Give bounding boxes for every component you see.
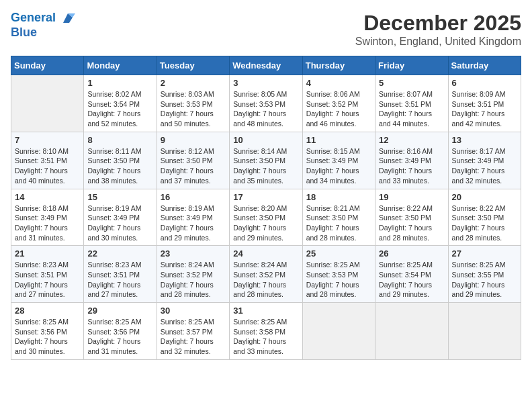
day-number: 3 <box>233 78 298 88</box>
logo-icon <box>60 11 75 26</box>
calendar-table: SundayMondayTuesdayWednesdayThursdayFrid… <box>11 56 521 360</box>
day-info: Sunrise: 8:18 AM Sunset: 3:49 PM Dayligh… <box>15 203 80 243</box>
weekday-header-row: SundayMondayTuesdayWednesdayThursdayFrid… <box>11 56 521 75</box>
day-number: 22 <box>87 248 152 259</box>
day-number: 14 <box>15 192 80 202</box>
day-number: 12 <box>379 135 444 145</box>
calendar-cell <box>375 303 448 360</box>
day-info: Sunrise: 8:07 AM Sunset: 3:51 PM Dayligh… <box>379 89 444 129</box>
calendar-cell: 12Sunrise: 8:16 AM Sunset: 3:49 PM Dayli… <box>375 132 448 189</box>
calendar-week-1: 1Sunrise: 8:02 AM Sunset: 3:54 PM Daylig… <box>11 75 521 132</box>
day-number: 10 <box>233 135 298 145</box>
day-info: Sunrise: 8:09 AM Sunset: 3:51 PM Dayligh… <box>452 89 517 129</box>
day-info: Sunrise: 8:21 AM Sunset: 3:50 PM Dayligh… <box>306 203 371 243</box>
weekday-header-friday: Friday <box>375 56 448 75</box>
weekday-header-thursday: Thursday <box>302 56 375 75</box>
day-number: 29 <box>87 306 152 316</box>
day-number: 21 <box>15 248 80 259</box>
calendar-cell: 14Sunrise: 8:18 AM Sunset: 3:49 PM Dayli… <box>11 189 84 246</box>
calendar-cell: 2Sunrise: 8:03 AM Sunset: 3:53 PM Daylig… <box>157 75 229 132</box>
calendar-cell: 4Sunrise: 8:06 AM Sunset: 3:52 PM Daylig… <box>302 75 375 132</box>
title-block: December 2025 Swinton, England, United K… <box>355 11 521 48</box>
day-info: Sunrise: 8:25 AM Sunset: 3:57 PM Dayligh… <box>161 317 226 357</box>
location-title: Swinton, England, United Kingdom <box>355 36 521 48</box>
day-info: Sunrise: 8:12 AM Sunset: 3:50 PM Dayligh… <box>161 146 226 186</box>
day-info: Sunrise: 8:23 AM Sunset: 3:51 PM Dayligh… <box>87 260 152 300</box>
calendar-cell: 31Sunrise: 8:25 AM Sunset: 3:58 PM Dayli… <box>230 303 302 360</box>
day-number: 9 <box>161 135 226 145</box>
day-number: 2 <box>161 78 226 88</box>
day-number: 19 <box>379 192 444 202</box>
day-info: Sunrise: 8:16 AM Sunset: 3:49 PM Dayligh… <box>379 146 444 186</box>
day-number: 20 <box>452 192 517 202</box>
calendar-cell: 17Sunrise: 8:20 AM Sunset: 3:50 PM Dayli… <box>230 189 302 246</box>
calendar-cell: 11Sunrise: 8:15 AM Sunset: 3:49 PM Dayli… <box>302 132 375 189</box>
day-number: 5 <box>379 78 444 88</box>
weekday-header-sunday: Sunday <box>11 56 84 75</box>
calendar-cell: 19Sunrise: 8:22 AM Sunset: 3:50 PM Dayli… <box>375 189 448 246</box>
calendar-cell: 10Sunrise: 8:14 AM Sunset: 3:50 PM Dayli… <box>230 132 302 189</box>
day-number: 28 <box>15 306 80 316</box>
logo-text: General <box>11 11 75 26</box>
day-number: 7 <box>15 135 80 145</box>
day-info: Sunrise: 8:02 AM Sunset: 3:54 PM Dayligh… <box>87 89 152 129</box>
calendar-cell <box>302 303 375 360</box>
logo: General Blue <box>11 11 75 40</box>
calendar-cell: 13Sunrise: 8:17 AM Sunset: 3:49 PM Dayli… <box>448 132 521 189</box>
calendar-cell: 22Sunrise: 8:23 AM Sunset: 3:51 PM Dayli… <box>84 246 157 303</box>
calendar-cell: 25Sunrise: 8:25 AM Sunset: 3:53 PM Dayli… <box>302 246 375 303</box>
day-number: 31 <box>233 306 298 316</box>
calendar-cell: 8Sunrise: 8:11 AM Sunset: 3:50 PM Daylig… <box>84 132 157 189</box>
calendar-week-2: 7Sunrise: 8:10 AM Sunset: 3:51 PM Daylig… <box>11 132 521 189</box>
calendar-week-4: 21Sunrise: 8:23 AM Sunset: 3:51 PM Dayli… <box>11 246 521 303</box>
day-info: Sunrise: 8:25 AM Sunset: 3:56 PM Dayligh… <box>15 317 80 357</box>
day-info: Sunrise: 8:22 AM Sunset: 3:50 PM Dayligh… <box>452 203 517 243</box>
calendar-cell: 29Sunrise: 8:25 AM Sunset: 3:56 PM Dayli… <box>84 303 157 360</box>
day-number: 15 <box>87 192 152 202</box>
day-info: Sunrise: 8:14 AM Sunset: 3:50 PM Dayligh… <box>233 146 298 186</box>
day-number: 17 <box>233 192 298 202</box>
day-info: Sunrise: 8:23 AM Sunset: 3:51 PM Dayligh… <box>15 260 80 300</box>
day-info: Sunrise: 8:25 AM Sunset: 3:54 PM Dayligh… <box>379 260 444 300</box>
calendar-cell: 1Sunrise: 8:02 AM Sunset: 3:54 PM Daylig… <box>84 75 157 132</box>
day-info: Sunrise: 8:24 AM Sunset: 3:52 PM Dayligh… <box>233 260 298 300</box>
calendar-cell: 30Sunrise: 8:25 AM Sunset: 3:57 PM Dayli… <box>157 303 229 360</box>
day-info: Sunrise: 8:10 AM Sunset: 3:51 PM Dayligh… <box>15 146 80 186</box>
day-number: 24 <box>233 248 298 259</box>
calendar-cell: 28Sunrise: 8:25 AM Sunset: 3:56 PM Dayli… <box>11 303 84 360</box>
day-number: 11 <box>306 135 371 145</box>
calendar-cell: 6Sunrise: 8:09 AM Sunset: 3:51 PM Daylig… <box>448 75 521 132</box>
calendar-cell: 5Sunrise: 8:07 AM Sunset: 3:51 PM Daylig… <box>375 75 448 132</box>
day-info: Sunrise: 8:03 AM Sunset: 3:53 PM Dayligh… <box>161 89 226 129</box>
day-number: 13 <box>452 135 517 145</box>
calendar-cell: 21Sunrise: 8:23 AM Sunset: 3:51 PM Dayli… <box>11 246 84 303</box>
month-title: December 2025 <box>355 11 521 36</box>
day-info: Sunrise: 8:24 AM Sunset: 3:52 PM Dayligh… <box>161 260 226 300</box>
weekday-header-monday: Monday <box>84 56 157 75</box>
day-number: 4 <box>306 78 371 88</box>
calendar-cell: 3Sunrise: 8:05 AM Sunset: 3:53 PM Daylig… <box>230 75 302 132</box>
day-info: Sunrise: 8:25 AM Sunset: 3:55 PM Dayligh… <box>452 260 517 300</box>
day-number: 30 <box>161 306 226 316</box>
calendar-body: 1Sunrise: 8:02 AM Sunset: 3:54 PM Daylig… <box>11 75 521 360</box>
page-header: General Blue December 2025 Swinton, Engl… <box>11 11 521 48</box>
day-info: Sunrise: 8:19 AM Sunset: 3:49 PM Dayligh… <box>87 203 152 243</box>
day-number: 1 <box>87 78 152 88</box>
calendar-cell: 27Sunrise: 8:25 AM Sunset: 3:55 PM Dayli… <box>448 246 521 303</box>
day-info: Sunrise: 8:06 AM Sunset: 3:52 PM Dayligh… <box>306 89 371 129</box>
day-info: Sunrise: 8:19 AM Sunset: 3:49 PM Dayligh… <box>161 203 226 243</box>
calendar-cell: 20Sunrise: 8:22 AM Sunset: 3:50 PM Dayli… <box>448 189 521 246</box>
day-number: 23 <box>161 248 226 259</box>
logo-blue: Blue <box>11 26 75 40</box>
day-info: Sunrise: 8:15 AM Sunset: 3:49 PM Dayligh… <box>306 146 371 186</box>
weekday-header-wednesday: Wednesday <box>230 56 302 75</box>
calendar-week-5: 28Sunrise: 8:25 AM Sunset: 3:56 PM Dayli… <box>11 303 521 360</box>
day-info: Sunrise: 8:11 AM Sunset: 3:50 PM Dayligh… <box>87 146 152 186</box>
calendar-cell: 24Sunrise: 8:24 AM Sunset: 3:52 PM Dayli… <box>230 246 302 303</box>
calendar-cell: 26Sunrise: 8:25 AM Sunset: 3:54 PM Dayli… <box>375 246 448 303</box>
calendar-cell <box>11 75 84 132</box>
day-info: Sunrise: 8:25 AM Sunset: 3:58 PM Dayligh… <box>233 317 298 357</box>
day-number: 25 <box>306 248 371 259</box>
day-number: 18 <box>306 192 371 202</box>
day-info: Sunrise: 8:05 AM Sunset: 3:53 PM Dayligh… <box>233 89 298 129</box>
